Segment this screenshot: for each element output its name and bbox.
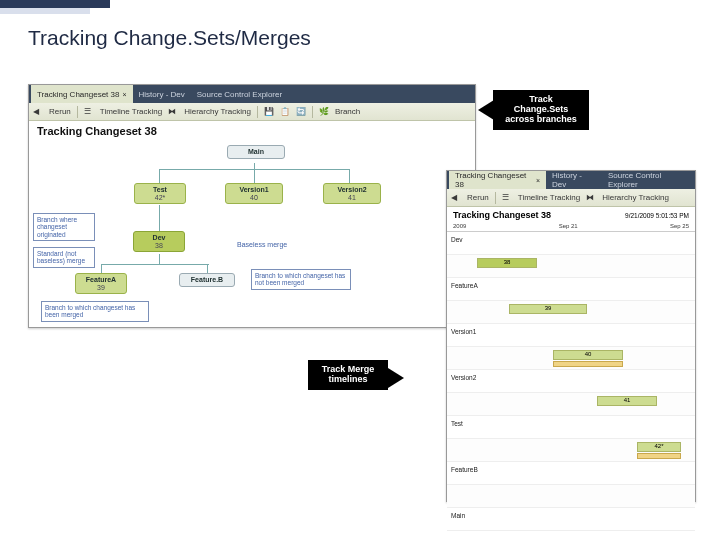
tab-history[interactable]: History - Dev — [133, 85, 191, 103]
row-label: FeatureA — [451, 282, 478, 289]
timeline-icon[interactable]: ☰ — [502, 193, 512, 203]
toolbar: ◀ Rerun ☰ Timeline Tracking ⧓ Hierarchy … — [447, 189, 695, 207]
row-label: Version1 — [451, 328, 476, 335]
hierarchy-tracking-button[interactable]: Hierarchy Tracking — [184, 107, 251, 116]
hierarchy-icon[interactable]: ⧓ — [168, 107, 178, 117]
callout-not-merged: Branch to which changeset has not been m… — [251, 269, 351, 290]
node-version2[interactable]: Version241 — [323, 183, 381, 204]
node-test[interactable]: Test42* — [134, 183, 186, 204]
hierarchy-panel: Tracking Changeset 38× History - Dev Sou… — [28, 84, 476, 328]
timeline-panel: Tracking Changeset 38× History - Dev Sou… — [446, 170, 696, 502]
timestamp: 9/21/2009 5:01:53 PM — [625, 212, 689, 219]
bar-version1[interactable]: 40 — [553, 350, 623, 360]
tab-bar: Tracking Changeset 38× History - Dev Sou… — [447, 171, 695, 189]
panel-title: Tracking Changeset 38 — [447, 207, 557, 223]
bar-test[interactable]: 42* — [637, 442, 681, 452]
branch-button[interactable]: Branch — [335, 107, 360, 116]
node-feature-a[interactable]: FeatureA39 — [75, 273, 127, 294]
row-label: Main — [451, 512, 465, 519]
bar-dev[interactable]: 38 — [477, 258, 537, 268]
copy-icon[interactable]: 📋 — [280, 107, 290, 117]
node-version1[interactable]: Version140 — [225, 183, 283, 204]
tab-tracking[interactable]: Tracking Changeset 38× — [449, 171, 546, 189]
annotation-merge-timelines: Track Merge timelines — [308, 360, 388, 390]
timeline-icon[interactable]: ☰ — [84, 107, 94, 117]
callout-origin: Branch where changeset originated — [33, 213, 95, 241]
tab-source-explorer[interactable]: Source Control Explorer — [602, 171, 695, 189]
tab-source-explorer[interactable]: Source Control Explorer — [191, 85, 288, 103]
hierarchy-tracking-button[interactable]: Hierarchy Tracking — [602, 193, 669, 202]
label-baseless-merge: Baseless merge — [237, 239, 287, 251]
date-end: Sep 25 — [670, 223, 689, 229]
row-label: Test — [451, 420, 463, 427]
rerun-button[interactable]: Rerun — [467, 193, 489, 202]
panel-title: Tracking Changeset 38 — [29, 121, 475, 139]
toolbar: ◀ Rerun ☰ Timeline Tracking ⧓ Hierarchy … — [29, 103, 475, 121]
node-main[interactable]: Main — [227, 145, 285, 159]
node-feature-b[interactable]: Feature.B — [179, 273, 235, 287]
date-year: 2009 — [453, 223, 466, 229]
row-label: Version2 — [451, 374, 476, 381]
save-icon[interactable]: 💾 — [264, 107, 274, 117]
annotation-changesets: Track Change.Sets across branches — [493, 90, 589, 130]
hierarchy-icon[interactable]: ⧓ — [586, 193, 596, 203]
hierarchy-diagram: Main Test42* Version140 Version241 Dev38… — [29, 139, 475, 325]
close-icon[interactable]: × — [536, 177, 540, 184]
callout-merged: Branch to which changeset has been merge… — [41, 301, 149, 322]
node-dev[interactable]: Dev38 — [133, 231, 185, 252]
rerun-button[interactable]: Rerun — [49, 107, 71, 116]
close-icon[interactable]: × — [122, 91, 126, 98]
bar-featurea[interactable]: 39 — [509, 304, 587, 314]
refresh-icon[interactable]: 🔄 — [296, 107, 306, 117]
date-start: Sep 21 — [559, 223, 578, 229]
back-icon[interactable]: ◀ — [33, 107, 43, 117]
slide-title: Tracking Change.Sets/Merges — [28, 26, 311, 50]
row-label: FeatureB — [451, 466, 478, 473]
callout-std-merge: Standard (not baseless) merge — [33, 247, 95, 268]
timeline-grid: Dev 38 FeatureA 39 Version1 40 Version2 … — [447, 231, 695, 493]
tab-tracking[interactable]: Tracking Changeset 38× — [31, 85, 133, 103]
timeline-tracking-button[interactable]: Timeline Tracking — [518, 193, 580, 202]
back-icon[interactable]: ◀ — [451, 193, 461, 203]
tab-history[interactable]: History - Dev — [546, 171, 602, 189]
timeline-tracking-button[interactable]: Timeline Tracking — [100, 107, 162, 116]
bar-test-sub[interactable] — [637, 453, 681, 459]
branch-icon[interactable]: 🌿 — [319, 107, 329, 117]
bar-version2[interactable]: 41 — [597, 396, 657, 406]
row-label: Dev — [451, 236, 463, 243]
bar-version1-sub[interactable] — [553, 361, 623, 367]
tab-bar: Tracking Changeset 38× History - Dev Sou… — [29, 85, 475, 103]
